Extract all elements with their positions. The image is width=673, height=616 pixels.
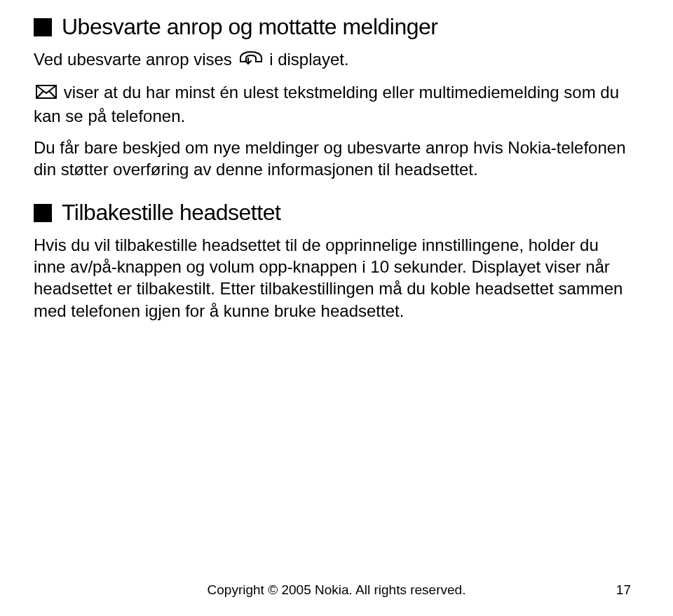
bullet-square-icon (34, 204, 52, 222)
footer-copyright: Copyright © 2005 Nokia. All rights reser… (0, 582, 673, 598)
paragraph-3: Du får bare beskjed om nye meldinger og … (34, 137, 631, 180)
missed-call-icon (238, 50, 264, 71)
p1-text-a: Ved ubesvarte anrop vises (34, 50, 237, 69)
paragraph-4: Hvis du vil tilbakestille headsettet til… (34, 234, 631, 322)
p1-text-b: i displayet. (269, 50, 348, 69)
p2-text: viser at du har minst én ulest tekstmeld… (34, 83, 619, 125)
paragraph-2: viser at du har minst én ulest tekstmeld… (34, 81, 631, 126)
bullet-square-icon (34, 18, 52, 36)
page-number: 17 (616, 582, 631, 598)
section-heading-1: Ubesvarte anrop og mottatte meldinger (34, 14, 631, 40)
envelope-icon (35, 83, 57, 104)
section-heading-2: Tilbakestille headsettet (34, 200, 631, 226)
heading-text-1: Ubesvarte anrop og mottatte meldinger (62, 14, 437, 40)
paragraph-1: Ved ubesvarte anrop vises i displayet. (34, 48, 631, 71)
heading-text-2: Tilbakestille headsettet (62, 200, 280, 226)
